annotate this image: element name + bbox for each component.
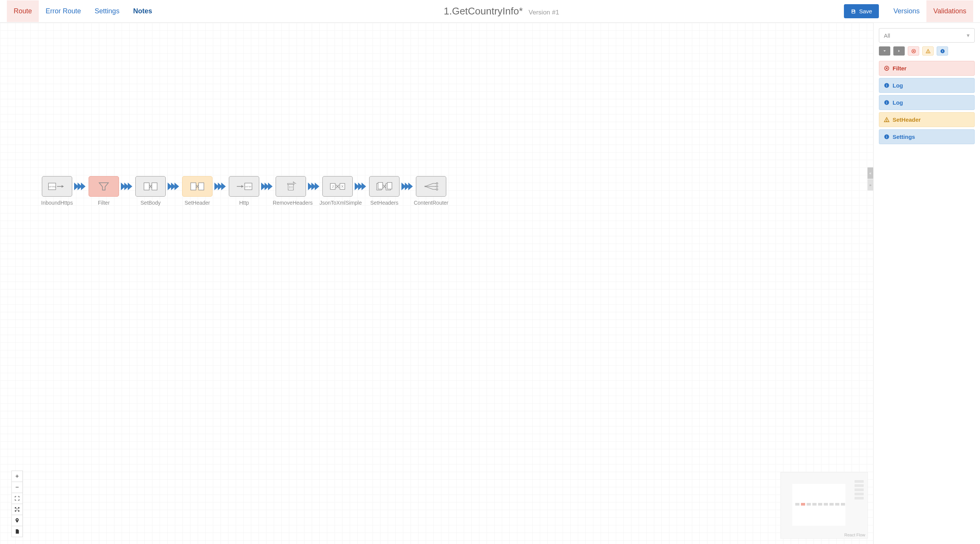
svg-text:X: X (341, 184, 344, 188)
node-label: SetBody (141, 200, 161, 207)
minimap-viewport (792, 484, 845, 526)
info-icon: i (884, 134, 889, 140)
node-http[interactable]: HTTP (229, 176, 259, 197)
funnel-icon (94, 181, 114, 192)
file-icon (14, 529, 20, 534)
version-label: Version #1 (529, 9, 559, 16)
tab-error-route[interactable]: Error Route (39, 0, 88, 22)
node-label: SetHeader (185, 200, 210, 207)
svg-marker-3 (62, 185, 64, 188)
canvas-controls: + − (11, 471, 23, 537)
svg-text:i: i (886, 101, 887, 105)
fullscreen-button[interactable] (11, 504, 23, 515)
tabs-left: Route Error Route Settings Notes (7, 0, 159, 22)
node-label: Http (239, 200, 249, 207)
node-jsontoxml[interactable]: J X (322, 176, 353, 197)
flow-title: 1.GetCountryInfo* (444, 5, 523, 17)
canvas-wrap: HTTPS InboundHttps (0, 23, 873, 544)
svg-rect-8 (191, 183, 196, 190)
connector (166, 176, 182, 197)
save-icon (851, 9, 856, 14)
node-label: Filter (98, 200, 110, 207)
document-button[interactable] (11, 526, 23, 537)
node-filter[interactable] (89, 176, 119, 197)
svg-point-40 (436, 189, 438, 190)
connector (72, 176, 89, 197)
validation-label: Filter (892, 65, 907, 72)
warn-icon (926, 49, 931, 54)
router-icon (421, 181, 441, 192)
fit-view-button[interactable] (11, 493, 23, 504)
validation-item-log2[interactable]: i Log (879, 95, 975, 110)
filter-errors-button[interactable] (908, 46, 919, 56)
node-label: InboundHttps (41, 200, 73, 207)
validation-item-log[interactable]: i Log (879, 78, 975, 93)
filter-info-button[interactable]: i (937, 46, 948, 56)
svg-text:J: J (332, 184, 334, 188)
chevron-right-icon (897, 49, 901, 53)
node-removeheaders[interactable] (275, 176, 306, 197)
svg-marker-13 (242, 185, 243, 188)
svg-point-21 (293, 182, 294, 183)
save-label: Save (859, 8, 872, 14)
validation-label: Log (892, 99, 903, 106)
locate-button[interactable] (11, 515, 23, 526)
pages-multi-icon (374, 181, 394, 192)
svg-rect-9 (199, 183, 204, 190)
http-out-icon: HTTP (234, 181, 254, 192)
topbar: Route Error Route Settings Notes 1.GetCo… (0, 0, 980, 23)
chevron-down-icon (882, 49, 887, 53)
svg-text:i: i (942, 49, 943, 53)
svg-point-59 (886, 121, 887, 121)
svg-text:HTTPS: HTTPS (49, 186, 56, 188)
node-contentrouter[interactable] (416, 176, 446, 197)
pin-icon (14, 518, 20, 523)
validation-item-setheader[interactable]: SetHeader (879, 112, 975, 127)
validation-item-settings[interactable]: i Settings (879, 129, 975, 144)
validation-label: Settings (892, 134, 915, 140)
collapse-right-button[interactable]: » (867, 179, 873, 191)
svg-point-48 (928, 52, 928, 53)
trash-icon (281, 181, 301, 192)
next-button[interactable] (893, 46, 905, 56)
tab-notes[interactable]: Notes (126, 0, 159, 22)
tab-validations[interactable]: Validations (926, 0, 973, 22)
filter-select[interactable]: All ▾ (879, 28, 975, 43)
svg-text:HTTP: HTTP (245, 186, 251, 188)
zoom-in-button[interactable]: + (11, 471, 23, 482)
minimap[interactable]: React Flow (780, 472, 868, 539)
node-setheader[interactable] (182, 176, 213, 197)
validation-label: SetHeader (892, 116, 921, 123)
node-setheaders[interactable] (369, 176, 399, 197)
error-icon (911, 49, 916, 54)
validation-item-filter[interactable]: Filter (879, 61, 975, 76)
expand-icon (14, 507, 20, 512)
tab-settings[interactable]: Settings (88, 0, 126, 22)
zoom-out-button[interactable]: − (11, 482, 23, 493)
tab-versions[interactable]: Versions (886, 0, 926, 22)
connector (259, 176, 275, 197)
tab-route[interactable]: Route (7, 0, 39, 22)
node-inboundhttps[interactable]: HTTPS (42, 176, 72, 197)
filter-warnings-button[interactable] (922, 46, 934, 56)
validation-toolbar: i (879, 46, 975, 56)
node-label: ContentRouter (414, 200, 448, 207)
node-setbody[interactable] (135, 176, 166, 197)
validation-list: Filter i Log i Log SetHeader i Settings (879, 61, 975, 144)
svg-rect-29 (378, 183, 383, 189)
attribution-label: React Flow (844, 533, 865, 537)
save-button[interactable]: Save (844, 4, 879, 18)
info-icon: i (884, 100, 889, 105)
connector (306, 176, 322, 197)
svg-point-39 (436, 186, 438, 187)
page-title: 1.GetCountryInfo* Version #1 (159, 5, 844, 17)
fit-icon (14, 496, 20, 501)
flow-canvas[interactable]: HTTPS InboundHttps (0, 23, 873, 544)
svg-rect-5 (152, 183, 157, 190)
jx-icon: J X (328, 181, 347, 192)
expand-all-button[interactable] (879, 46, 890, 56)
svg-text:i: i (886, 135, 887, 139)
svg-point-38 (436, 183, 438, 184)
pages-icon (141, 181, 161, 192)
collapse-left-button[interactable]: « (867, 168, 873, 179)
